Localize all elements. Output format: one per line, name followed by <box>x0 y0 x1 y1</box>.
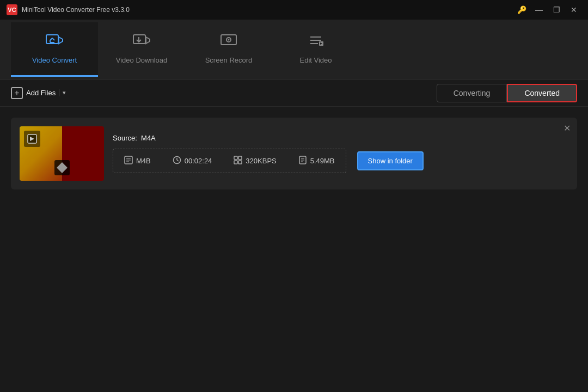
key-icon-button[interactable]: 🔑 <box>514 4 529 15</box>
add-files-dropdown-icon[interactable]: ▾ <box>59 89 66 96</box>
nav-edit-video-label: Edit Video <box>299 56 332 64</box>
svg-rect-27 <box>238 156 242 160</box>
nav-edit-video[interactable]: Edit Video <box>272 22 359 77</box>
source-line: Source: M4A <box>113 134 568 142</box>
maximize-button[interactable]: ❐ <box>549 4 564 15</box>
play-overlay <box>54 160 70 175</box>
svg-marker-7 <box>146 37 150 44</box>
bitrate-value: 320KBPS <box>246 157 276 165</box>
format-detail: M4B <box>124 156 151 166</box>
tab-converted[interactable]: Converted <box>507 84 577 102</box>
clock-icon <box>173 156 181 166</box>
app-logo: VC <box>7 4 17 15</box>
video-convert-icon <box>46 33 63 52</box>
nav-video-convert-label: Video Convert <box>32 56 77 64</box>
bitrate-detail: 320KBPS <box>234 156 276 166</box>
bitrate-icon <box>234 156 242 166</box>
file-details-box: M4B 00:02:24 <box>113 149 346 173</box>
svg-line-3 <box>52 38 54 40</box>
navbar: Video Convert Video Download Screen Reco… <box>0 20 588 79</box>
app-title: MiniTool Video Converter Free v3.3.0 <box>22 6 514 14</box>
duration-value: 00:02:24 <box>185 157 212 165</box>
tab-converting[interactable]: Converting <box>437 84 507 102</box>
svg-point-11 <box>228 39 230 41</box>
card-info: Source: M4A M4B <box>113 134 568 173</box>
nav-screen-record-label: Screen Record <box>205 56 253 64</box>
svg-marker-1 <box>59 37 63 44</box>
svg-rect-26 <box>234 156 237 160</box>
tab-group: Converting Converted <box>437 84 577 102</box>
edit-video-icon <box>307 33 324 52</box>
titlebar: VC MiniTool Video Converter Free v3.3.0 … <box>0 0 588 20</box>
converted-item-card: ✕ Source: M4A <box>11 118 577 189</box>
window-controls: 🔑 — ❐ ✕ <box>514 4 581 15</box>
duration-detail: 00:02:24 <box>173 156 212 166</box>
main-content: ✕ Source: M4A <box>0 107 588 392</box>
show-in-folder-button[interactable]: Show in folder <box>357 151 424 170</box>
source-value: M4A <box>141 134 156 142</box>
close-button[interactable]: ✕ <box>566 4 581 15</box>
nav-video-download-label: Video Download <box>116 56 167 64</box>
thumb-badge-icon <box>24 131 40 147</box>
source-label: Source: <box>113 134 137 142</box>
format-value: M4B <box>136 157 151 165</box>
nav-video-download[interactable]: Video Download <box>98 22 185 77</box>
toolbar: + Add Files ▾ Converting Converted <box>0 79 588 107</box>
file-thumbnail <box>20 126 104 181</box>
screen-record-icon <box>220 33 237 52</box>
nav-video-convert[interactable]: Video Convert <box>11 22 98 77</box>
svg-rect-29 <box>238 161 242 164</box>
minimize-button[interactable]: — <box>531 4 547 15</box>
add-files-button[interactable]: + Add Files ▾ <box>11 87 66 99</box>
add-files-label: Add Files <box>26 89 56 97</box>
format-icon <box>124 156 133 166</box>
filesize-value: 5.49MB <box>310 157 335 165</box>
filesize-detail: 5.49MB <box>298 156 335 166</box>
nav-screen-record[interactable]: Screen Record <box>185 22 272 77</box>
add-files-plus-icon: + <box>11 87 23 99</box>
card-close-button[interactable]: ✕ <box>564 123 571 133</box>
filesize-icon <box>298 156 307 166</box>
svg-rect-28 <box>234 161 237 164</box>
video-download-icon <box>133 33 150 52</box>
svg-line-25 <box>177 160 179 161</box>
